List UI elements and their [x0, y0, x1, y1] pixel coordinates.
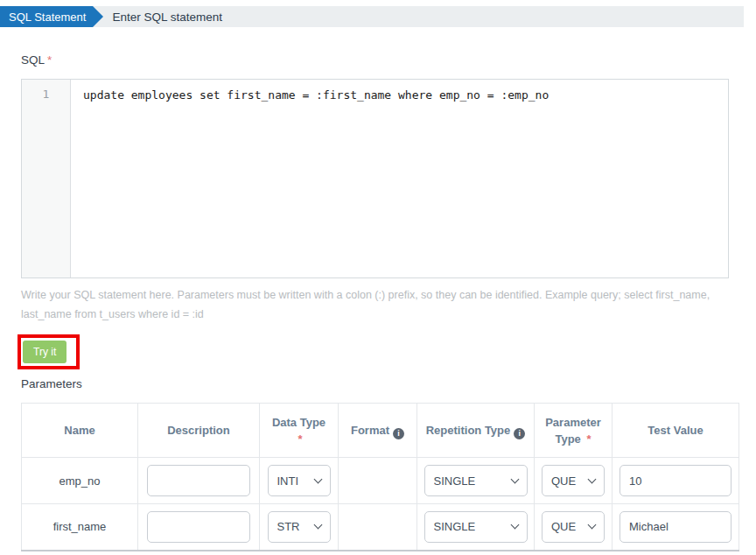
param-format-cell [339, 458, 417, 504]
description-input[interactable] [147, 511, 250, 543]
info-icon[interactable]: i [514, 428, 525, 439]
parameter-type-selected-value: QUE [551, 520, 576, 533]
data-type-selected-value: INTI [277, 474, 299, 488]
data-type-select[interactable]: INTI [268, 465, 331, 496]
chevron-down-icon [510, 521, 519, 530]
main-content: SQL* 1 update employees set first_name =… [0, 53, 756, 551]
red-annotation-rectangle: Try it [18, 334, 80, 369]
param-repetition-cell: SINGLE [417, 504, 535, 551]
sql-field-label: SQL* [21, 53, 756, 67]
header-description-label: Description [167, 424, 230, 437]
header-repetition-type-label: Repetition Type [426, 424, 511, 437]
header-data-type: Data Type * [260, 404, 339, 458]
param-name-cell: first_name [22, 504, 138, 551]
info-icon[interactable]: i [393, 428, 404, 439]
parameter-type-select[interactable]: QUE [542, 511, 605, 543]
breadcrumb-step-label: SQL Statement [9, 11, 86, 24]
editor-code-area[interactable]: update employees set first_name = :first… [71, 80, 728, 278]
chevron-down-icon [313, 521, 322, 530]
parameters-table: Name Description Data Type * Formati Rep… [21, 403, 739, 551]
repetition-type-select[interactable]: SINGLE [424, 511, 528, 543]
param-repetition-cell: SINGLE [417, 458, 535, 504]
param-data-type-cell: STR [260, 504, 339, 551]
header-format: Formati [339, 404, 417, 458]
header-format-label: Format [351, 424, 389, 437]
chevron-down-icon [510, 474, 519, 483]
parameter-type-selected-value: QUE [551, 474, 576, 488]
param-parameter-type-cell: QUE [535, 458, 612, 504]
required-asterisk: * [47, 53, 52, 67]
header-parameter-type-label2: Type [555, 432, 580, 446]
data-type-select[interactable]: STR [268, 511, 331, 543]
header-parameter-type: Parameter Type * [535, 404, 612, 458]
chevron-down-icon [588, 521, 597, 530]
test-value-input[interactable] [620, 511, 732, 543]
sql-help-text: Write your SQL statement here. Parameter… [21, 285, 732, 324]
chevron-down-icon [588, 474, 597, 483]
breadcrumb: SQL Statement Enter SQL statement [0, 6, 744, 27]
header-repetition-type: Repetition Typei [417, 404, 535, 458]
header-data-type-label: Data Type [272, 416, 326, 429]
repetition-type-select[interactable]: SINGLE [424, 465, 528, 496]
line-number: 1 [43, 88, 50, 101]
header-test-value: Test Value [612, 404, 739, 458]
param-format-cell [339, 504, 417, 551]
param-parameter-type-cell: QUE [535, 504, 612, 551]
param-description-cell [138, 458, 260, 504]
header-name-label: Name [64, 424, 94, 437]
parameters-section-title: Parameters [21, 377, 756, 390]
param-data-type-cell: INTI [260, 458, 339, 504]
header-name: Name [22, 404, 138, 458]
table-row-first-name: first_name STR SINGLE [22, 504, 739, 551]
breadcrumb-subtitle: Enter SQL statement [112, 6, 222, 27]
header-test-value-label: Test Value [648, 424, 703, 437]
header-description: Description [138, 404, 260, 458]
required-asterisk: * [586, 432, 591, 446]
breadcrumb-step-sql-statement[interactable]: SQL Statement [0, 6, 93, 27]
chevron-down-icon [313, 474, 322, 483]
required-asterisk: * [298, 432, 302, 446]
table-row-emp-no: emp_no INTI SINGLE [22, 458, 739, 504]
sql-code-editor[interactable]: 1 update employees set first_name = :fir… [21, 79, 729, 278]
try-it-button[interactable]: Try it [23, 341, 66, 363]
table-header-row: Name Description Data Type * Formati Rep… [22, 404, 739, 458]
data-type-selected-value: STR [277, 520, 300, 533]
param-description-cell [138, 504, 260, 551]
repetition-type-selected-value: SINGLE [434, 474, 476, 488]
param-test-value-cell [612, 504, 739, 551]
param-test-value-cell [612, 458, 739, 504]
param-name-cell: emp_no [22, 458, 138, 504]
test-value-input[interactable] [620, 465, 732, 496]
parameter-type-select[interactable]: QUE [542, 465, 605, 496]
repetition-type-selected-value: SINGLE [434, 520, 476, 533]
editor-line-number-gutter: 1 [22, 80, 71, 278]
header-parameter-type-label1: Parameter [545, 416, 601, 429]
description-input[interactable] [147, 465, 250, 496]
sql-label-text: SQL [21, 53, 45, 67]
